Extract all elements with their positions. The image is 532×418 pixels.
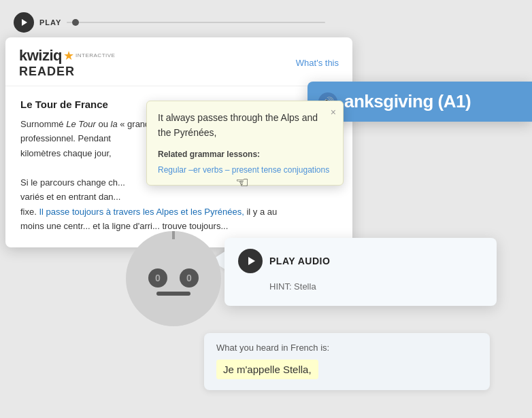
robot-antenna <box>168 231 179 239</box>
robot-eyes: 0 0 <box>148 268 199 288</box>
thanksgiving-title: anksgiving (A1) <box>344 91 471 112</box>
robot-antenna-stem <box>172 231 175 239</box>
logo-wrapper: kwiziq ★ interactive READER <box>19 47 115 79</box>
article-p4: professionnel. Pendant <box>20 133 111 143</box>
audio-card: PLAY AUDIO HINT: Stella <box>225 238 497 306</box>
robot-circle: 0 0 <box>126 231 221 326</box>
play-bar: PLAY <box>14 12 325 33</box>
article-ou: ou <box>96 119 111 129</box>
article-em1: Le Tour <box>66 119 96 129</box>
robot-face: 0 0 <box>148 268 199 296</box>
article-p7: variés et en entrant dan... <box>20 192 120 202</box>
article-p6: Si le parcours change ch... <box>20 177 125 188</box>
tooltip-close-button[interactable]: × <box>331 107 336 118</box>
play-audio-icon <box>238 249 263 273</box>
article-p9: il y a au <box>244 207 277 217</box>
reader-header: kwiziq ★ interactive READER What's this <box>5 37 352 86</box>
article-p1: Surnommé <box>20 119 66 129</box>
logo-kwiziq: kwiziq <box>19 47 62 65</box>
article-p5: kilomètres chaque jour, <box>20 148 112 158</box>
cursor-hand-icon: ☞ <box>235 174 249 192</box>
logo-star-icon: ★ <box>63 48 74 63</box>
tooltip-popup: × It always passes through the Alps and … <box>146 101 344 186</box>
play-audio-button[interactable]: PLAY AUDIO <box>238 249 483 273</box>
play-label: PLAY <box>39 18 61 27</box>
tooltip-translation: It always passes through the Alps and th… <box>158 111 332 140</box>
play-button[interactable] <box>14 12 34 33</box>
transcript-label: What you heard in French is: <box>216 343 478 353</box>
article-fixe: fixe. <box>20 207 39 217</box>
progress-dot <box>72 19 79 26</box>
article-em2: la <box>111 119 118 129</box>
whats-this-link[interactable]: What's this <box>296 58 339 68</box>
logo-area: kwiziq ★ interactive READER <box>19 47 115 79</box>
robot-right-eye: 0 <box>180 268 199 288</box>
logo-reader-text: READER <box>19 65 75 79</box>
logo-interactive-text: interactive <box>76 53 115 58</box>
hint-text: HINT: Stella <box>269 281 316 292</box>
transcript-area: What you heard in French is: Je m'appell… <box>204 333 490 390</box>
highlighted-sentence: Il passe toujours à travers les Alpes et… <box>39 207 244 217</box>
transcript-value: Je m'appelle Stella, <box>216 360 318 379</box>
robot-area: 0 0 <box>126 231 221 326</box>
robot-mouth <box>156 292 190 296</box>
robot-left-eye: 0 <box>148 268 167 288</box>
logo-top-row: kwiziq ★ interactive <box>19 47 115 65</box>
play-audio-label: PLAY AUDIO <box>269 256 330 266</box>
progress-bar[interactable] <box>67 22 325 23</box>
article-p10: moins une centr... et la ligne d'arri...… <box>20 221 228 231</box>
tooltip-related-label: Related grammar lessons: <box>158 150 332 159</box>
